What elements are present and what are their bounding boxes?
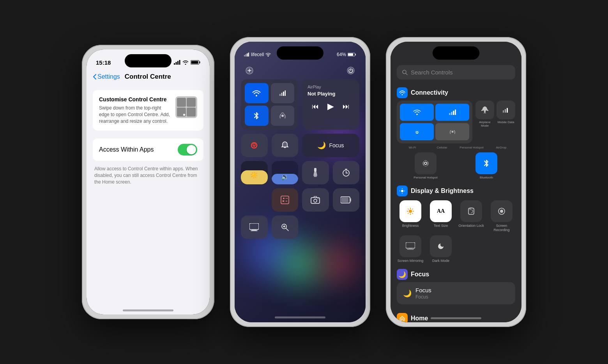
- svg-rect-0: [174, 63, 175, 65]
- cellular-tile[interactable]: [435, 104, 469, 121]
- settings-content: Customise Control Centre Swipe down from…: [87, 84, 210, 192]
- focus-item[interactable]: 🌙 Focus Focus: [397, 282, 515, 304]
- screen-recording-item[interactable]: Screen Recording: [488, 200, 515, 232]
- customise-text: Customise Control Centre Swipe down from…: [99, 96, 171, 124]
- back-label: Settings: [97, 73, 120, 80]
- home-indicator-2: [275, 316, 325, 318]
- personal-hotspot-icon: [415, 152, 437, 174]
- volume-tile[interactable]: 🔉: [272, 161, 299, 184]
- bluetooth-item[interactable]: Bluetooth: [458, 152, 515, 179]
- volume-icon: 🔉: [281, 173, 289, 180]
- svg-rect-21: [281, 93, 282, 96]
- svg-rect-2: [177, 61, 179, 65]
- status-time: 15:18: [96, 59, 111, 66]
- svg-marker-29: [313, 172, 317, 176]
- dynamic-island-2: [277, 46, 323, 60]
- back-button[interactable]: Settings: [93, 73, 120, 80]
- focus-item-label: Focus: [415, 287, 431, 293]
- calculator-tile[interactable]: [272, 188, 299, 212]
- conn-labels-row: Wi-Fi Cellular Personal Hotspot AirDrop: [391, 145, 521, 151]
- airdrop-p3-tile[interactable]: [435, 123, 469, 140]
- text-size-item[interactable]: AA Text Size: [427, 200, 454, 232]
- svg-line-83: [412, 209, 413, 209]
- camera-tile[interactable]: [302, 188, 329, 212]
- svg-point-38: [286, 198, 286, 199]
- aa-icon: AA: [437, 208, 445, 214]
- text-size-label: Text Size: [434, 224, 448, 228]
- bluetooth-icon-box: [475, 152, 497, 174]
- customise-card[interactable]: Customise Control Centre Swipe down from…: [93, 90, 203, 131]
- svg-rect-47: [350, 198, 351, 201]
- bell-tile[interactable]: [272, 134, 299, 157]
- svg-rect-67: [503, 110, 504, 113]
- svg-point-58: [402, 94, 403, 95]
- conn-right-grid: Airplane Mode Mobile Data: [475, 101, 515, 127]
- phone1-screen: 15:18: [87, 49, 210, 315]
- moon-icon: 🌙: [317, 141, 326, 150]
- focus-tile[interactable]: 🌙 Focus: [302, 134, 359, 157]
- airdrop-btn[interactable]: [271, 106, 295, 126]
- svg-rect-20: [279, 94, 281, 96]
- cc-power-button[interactable]: [345, 65, 356, 76]
- play-button[interactable]: ▶: [327, 101, 334, 111]
- svg-rect-61: [451, 112, 452, 115]
- cc-plus-button[interactable]: [244, 65, 255, 76]
- dark-mode-item[interactable]: Dark Mode: [427, 235, 454, 263]
- svg-rect-49: [249, 223, 259, 230]
- connectivity-tile[interactable]: [241, 79, 298, 130]
- battery-widget-tile[interactable]: [333, 188, 360, 212]
- wifi-btn[interactable]: [245, 83, 269, 103]
- rotate-lock-tile[interactable]: [241, 134, 268, 157]
- svg-rect-13: [355, 54, 356, 55]
- conn-group-tile[interactable]: [397, 101, 472, 143]
- timer-tile[interactable]: [333, 161, 360, 184]
- prev-button[interactable]: ⏮: [312, 102, 319, 111]
- personal-hotspot-item[interactable]: Personal Hotspot: [397, 152, 454, 179]
- orientation-item[interactable]: Orientation Lock: [458, 200, 485, 232]
- signal-icon: [174, 60, 180, 65]
- home-section-icon: [397, 313, 408, 322]
- svg-point-19: [256, 95, 257, 97]
- svg-rect-6: [191, 61, 198, 64]
- focus-section-icon: 🌙: [397, 269, 408, 280]
- svg-point-59: [416, 114, 418, 115]
- cellular-btn[interactable]: [271, 83, 295, 103]
- svg-rect-60: [449, 113, 451, 115]
- airplane-icon-box: [475, 101, 494, 119]
- screen-recording-label: Screen Recording: [488, 224, 515, 232]
- phone3-frame: Search Controls Connectivity: [386, 37, 526, 327]
- dark-mode-label: Dark Mode: [432, 259, 449, 263]
- access-row[interactable]: Access Within Apps: [93, 138, 203, 161]
- icon-cell-4: [187, 108, 196, 117]
- wifi-icon: [182, 60, 189, 65]
- search-icon: [402, 70, 408, 75]
- airplane-item[interactable]: Airplane Mode: [475, 101, 494, 127]
- svg-rect-9: [247, 53, 248, 57]
- cc-carrier: lifecell: [251, 52, 264, 57]
- brightness-item[interactable]: Brightness: [397, 200, 424, 232]
- svg-point-39: [287, 198, 288, 199]
- dynamic-island-3: [433, 46, 479, 60]
- svg-rect-30: [314, 176, 317, 177]
- wifi-tile[interactable]: [400, 104, 434, 121]
- access-toggle[interactable]: [178, 144, 197, 155]
- svg-rect-7: [244, 55, 245, 57]
- svg-rect-69: [507, 108, 508, 113]
- brightness-tile[interactable]: ☀️: [241, 161, 268, 184]
- zoom-tile[interactable]: [272, 216, 299, 239]
- mobile-data-item[interactable]: Mobile Data: [497, 101, 515, 127]
- screen-mirror-tile[interactable]: [241, 216, 268, 239]
- customise-heading: Customise Control Centre: [99, 96, 171, 102]
- bluetooth-btn[interactable]: [245, 106, 269, 126]
- cc-signal-icon: [244, 53, 249, 57]
- hotspot-tile[interactable]: [400, 123, 434, 140]
- hotspot-label-text: Personal Hotspot: [458, 146, 486, 149]
- next-button[interactable]: ⏭: [343, 102, 350, 111]
- svg-point-70: [424, 162, 427, 164]
- media-not-playing: AirPlay: [308, 85, 354, 89]
- torch-tile[interactable]: [302, 161, 329, 184]
- focus-moon-icon: 🌙: [398, 271, 406, 278]
- screen-mirroring-item[interactable]: Screen Mirroring: [397, 235, 424, 263]
- search-bar[interactable]: Search Controls: [397, 65, 515, 80]
- cellular-cc-label: Cellular: [428, 146, 456, 149]
